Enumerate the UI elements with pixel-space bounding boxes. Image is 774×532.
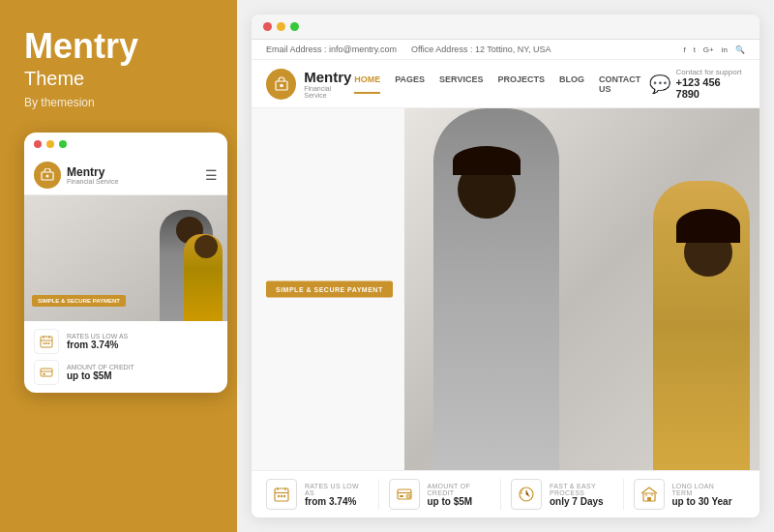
- theme-subtitle: Theme: [24, 68, 213, 90]
- credit-text: AMOUNT OF CREDIT up to $5M: [428, 483, 491, 507]
- mobile-logo: Mentry Financial Service: [34, 162, 118, 189]
- facebook-icon[interactable]: f: [683, 45, 685, 54]
- svg-point-6: [44, 342, 45, 344]
- svg-rect-11: [43, 373, 45, 375]
- loan-text: LONG LOAN TERM up to 30 Year: [672, 483, 736, 507]
- mobile-titlebar: [24, 133, 227, 156]
- svg-rect-14: [275, 488, 288, 501]
- svg-point-18: [278, 495, 280, 497]
- support-box: 💬 Contact for support +123 456 7890: [649, 68, 745, 100]
- nav-link-contact[interactable]: CONTACT US: [599, 74, 649, 94]
- process-text: FAST & EASY PROCESS only 7 Days: [550, 483, 613, 507]
- mobile-stat-credit: AMOUNT OF CREDIT up to $5M: [34, 360, 218, 385]
- theme-title: Mentry: [24, 29, 213, 64]
- svg-rect-28: [647, 497, 651, 501]
- browser-dot-green: [290, 22, 299, 31]
- mobile-credit-icon: [34, 360, 59, 385]
- nav-logo-text-group: Mentry Financial Service: [304, 69, 354, 99]
- right-panel: Email Address : info@mentry.com Office A…: [237, 0, 774, 532]
- mobile-hero-badge: Simple & Secure Payment: [32, 295, 126, 307]
- mobile-logo-icon: [34, 162, 61, 189]
- stat-process: FAST & EASY PROCESS only 7 Days: [501, 479, 624, 510]
- mobile-hero: Simple & Secure Payment: [24, 195, 227, 321]
- mobile-logo-text-group: Mentry Financial Service: [67, 166, 118, 185]
- nav-link-services[interactable]: SERVICES: [439, 74, 483, 94]
- mobile-stats: RATES US LOW AS from 3.74% AMOUNT OF CRE…: [24, 321, 227, 393]
- mobile-hero-image: Simple & Secure Payment: [24, 195, 227, 321]
- support-text: Contact for support +123 456 7890: [676, 68, 745, 100]
- nav-link-pages[interactable]: PAGES: [395, 74, 425, 94]
- support-chat-icon: 💬: [649, 74, 670, 95]
- nav-link-home[interactable]: HOME: [354, 74, 380, 94]
- office-label: Office Address : 12 Tottino, NY, USA: [411, 44, 551, 54]
- svg-rect-23: [400, 495, 403, 497]
- website-stats-bar: RATES US LOW AS from 3.74% AMOUNT OF CRE…: [252, 470, 759, 517]
- nav-link-blog[interactable]: BLOG: [559, 74, 584, 94]
- hamburger-icon[interactable]: ☰: [205, 167, 218, 183]
- svg-point-20: [283, 495, 285, 497]
- mobile-rates-icon: [34, 329, 59, 354]
- svg-rect-2: [41, 337, 52, 347]
- mobile-stat-credit-text: AMOUNT OF CREDIT up to $5M: [67, 364, 134, 381]
- nav-logo-icon: [266, 69, 296, 100]
- stat-rates: RATES US LOW AS from 3.74%: [266, 479, 379, 510]
- website-top-bar: Email Address : info@mentry.com Office A…: [252, 40, 759, 60]
- mobile-dot-green: [59, 140, 67, 148]
- browser-window: Email Address : info@mentry.com Office A…: [252, 15, 759, 517]
- instagram-icon[interactable]: in: [722, 45, 728, 54]
- loan-icon: [634, 479, 665, 510]
- website-hero: SIMPLE & SECURE PAYMENT: [252, 108, 759, 470]
- process-icon: [511, 479, 542, 510]
- credit-icon: [389, 479, 420, 510]
- website-navbar: Mentry Financial Service HOME PAGES SERV…: [252, 60, 759, 108]
- mobile-stat-rates-text: RATES US LOW AS from 3.74%: [67, 333, 128, 350]
- twitter-icon[interactable]: t: [694, 45, 696, 54]
- theme-author: By themesion: [24, 96, 213, 109]
- browser-titlebar: [252, 15, 759, 40]
- gplus-icon[interactable]: G+: [703, 45, 714, 54]
- stat-credit: AMOUNT OF CREDIT up to $5M: [379, 479, 502, 510]
- nav-links: HOME PAGES SERVICES PROJECTS BLOG CONTAC…: [354, 74, 648, 94]
- search-icon[interactable]: 🔍: [735, 45, 745, 54]
- svg-rect-9: [41, 369, 52, 376]
- top-bar-right: f t G+ in 🔍: [683, 45, 745, 54]
- rates-text: RATES US LOW AS from 3.74%: [305, 483, 369, 507]
- hero-badge: SIMPLE & SECURE PAYMENT: [266, 281, 393, 298]
- browser-dot-red: [263, 22, 272, 31]
- mobile-dot-yellow: [46, 140, 54, 148]
- nav-logo: Mentry Financial Service: [266, 69, 354, 100]
- svg-point-1: [46, 175, 49, 178]
- svg-point-7: [45, 342, 47, 344]
- rates-icon: [266, 479, 297, 510]
- svg-point-19: [281, 495, 283, 497]
- mobile-dot-red: [34, 140, 42, 148]
- mobile-stat-rates: RATES US LOW AS from 3.74%: [34, 329, 218, 354]
- email-label: Email Address : info@mentry.com: [266, 44, 397, 54]
- stat-loan: LONG LOAN TERM up to 30 Year: [624, 479, 746, 510]
- mobile-header: Mentry Financial Service ☰: [24, 156, 227, 195]
- nav-right: 💬 Contact for support +123 456 7890: [649, 68, 745, 100]
- svg-point-13: [280, 83, 283, 87]
- browser-dot-yellow: [277, 22, 285, 31]
- hero-photo-background: [404, 108, 760, 470]
- nav-link-projects[interactable]: PROJECTS: [497, 74, 545, 94]
- mobile-mockup: Mentry Financial Service ☰ Simple & Secu…: [24, 133, 227, 393]
- svg-point-8: [48, 342, 50, 344]
- top-bar-left: Email Address : info@mentry.com Office A…: [266, 44, 551, 54]
- left-panel: Mentry Theme By themesion Mentry: [0, 0, 237, 532]
